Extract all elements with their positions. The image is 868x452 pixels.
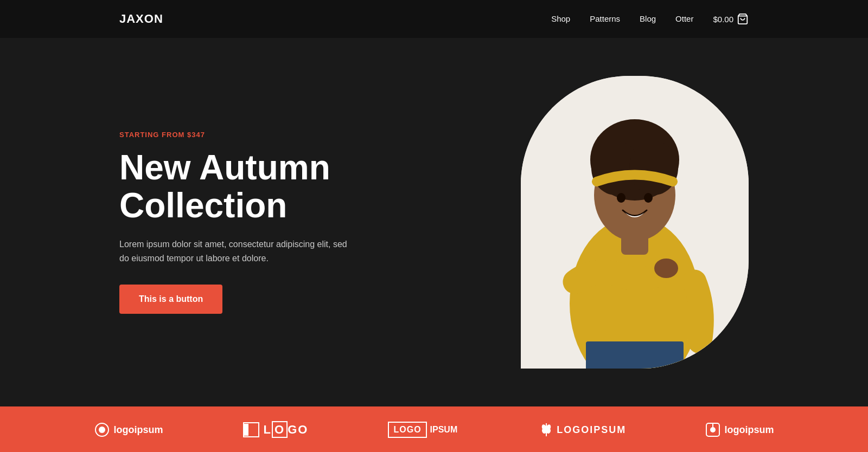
svg-point-9 (644, 193, 653, 203)
brand-label-1: logoipsum (114, 424, 163, 436)
hero-starting-from: STARTING FROM $347 (119, 131, 391, 139)
brand-icon-1 (94, 422, 110, 437)
nav-links: Shop Patterns Blog Otter $0.00 (551, 13, 749, 25)
brand-logo-split-3: LOGO IPSUM (388, 422, 461, 438)
brand-icon-4 (540, 422, 552, 437)
navbar: JAXON Shop Patterns Blog Otter $0.00 (0, 0, 868, 38)
svg-rect-11 (586, 341, 684, 369)
svg-point-22 (710, 427, 716, 432)
hero-section: STARTING FROM $347 New Autumn Collection… (0, 38, 868, 406)
nav-link-patterns[interactable]: Patterns (590, 14, 620, 23)
brand-label-2: LOGO (264, 423, 309, 437)
hero-cta-button[interactable]: This is a button (119, 285, 222, 314)
svg-point-13 (99, 427, 105, 433)
brand-item-2: LOGO (243, 422, 309, 437)
hero-text-block: STARTING FROM $347 New Autumn Collection… (119, 131, 391, 314)
brand-label-4: LOGOIPSUM (557, 424, 626, 436)
hero-image-container (521, 76, 749, 369)
hero-description: Lorem ipsum dolor sit amet, consectetur … (119, 237, 347, 265)
svg-rect-14 (244, 424, 248, 435)
brand-item-1: logoipsum (94, 422, 163, 437)
cart-icon (737, 13, 749, 25)
brand-item-3: LOGO IPSUM (388, 422, 461, 438)
hero-person-image (521, 76, 749, 369)
brand-logo-part1: LOGO (388, 422, 426, 438)
svg-point-8 (617, 193, 626, 203)
brand-item-5: logoipsum (706, 423, 774, 437)
brand-logo-part2: IPSUM (427, 423, 461, 437)
brand-item-4: LOGOIPSUM (540, 422, 626, 437)
brand-icon-5 (706, 423, 720, 437)
svg-point-7 (629, 141, 678, 195)
brand-icon-2 (243, 422, 259, 437)
nav-link-otter[interactable]: Otter (675, 14, 693, 23)
cart-button[interactable]: $0.00 (713, 13, 749, 25)
hero-title: New Autumn Collection (119, 148, 391, 225)
site-logo[interactable]: JAXON (119, 12, 163, 26)
brand-label-5: logoipsum (724, 424, 774, 436)
brands-bar: logoipsum LOGO LOGO IPSUM LOGOIPSUM (0, 406, 868, 452)
nav-link-shop[interactable]: Shop (551, 14, 570, 23)
svg-point-10 (654, 259, 678, 278)
nav-link-blog[interactable]: Blog (640, 14, 656, 23)
cart-price: $0.00 (713, 15, 733, 24)
